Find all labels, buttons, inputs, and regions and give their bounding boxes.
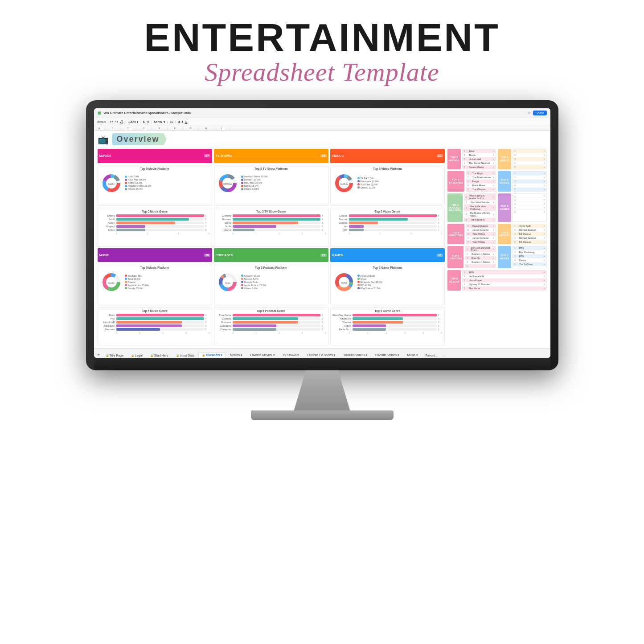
- tvshows-section-header: TV SHOWS 29: [214, 149, 328, 163]
- movies-platform-title: Top 5 Movie Platform: [100, 167, 210, 170]
- top5-podcast-item3: 3How to Be More Productive▾: [464, 205, 496, 211]
- top5-videos-item3: 3▾: [513, 157, 546, 161]
- monitor-screen: ▦ WR Ultimate Entertainment Spreadsheet …: [94, 108, 550, 358]
- menu-label[interactable]: Menus: [97, 120, 106, 123]
- top5-tv-label: TOP 5TV SHOWS: [447, 171, 464, 192]
- font-select[interactable]: Arimo: [154, 120, 162, 123]
- music-platform-legend: YouTube Mu. Tidal 10.0% Deezer Apple Mus…: [125, 275, 149, 290]
- tvshows-label: TV SHOWS: [216, 154, 232, 157]
- italic-btn[interactable]: I: [182, 120, 183, 124]
- tab-title-page[interactable]: 🔒 Title Page: [102, 353, 127, 358]
- bold-btn[interactable]: B: [178, 120, 180, 124]
- tab-favorit[interactable]: Favorit...: [422, 353, 441, 358]
- podcasts-section-header: PODCASTS 20: [214, 248, 328, 263]
- top5-row4: TOP 5DIRECTORS 1Hayao Miyazaki▾ 2James C…: [447, 224, 547, 244]
- podcasts-genre-title: Top 5 Podcast Genre: [216, 309, 326, 312]
- top5-movies-item3: 3La La Land▾: [463, 157, 496, 161]
- redo-btn[interactable]: ↪: [115, 120, 118, 124]
- tab-favorite-tv[interactable]: Favorite TV Shows ▾: [303, 352, 339, 358]
- tab-start-here[interactable]: 🔒 Start Here: [147, 353, 172, 358]
- tab-youtube[interactable]: Youtube/Videos ▾: [340, 352, 371, 358]
- tab-input-data[interactable]: 🔒 Input Data: [172, 353, 198, 358]
- videos-section-header: VIDEOS 20: [330, 149, 445, 163]
- top5-movies-label: TOP 5MOVIES: [447, 149, 461, 169]
- underline-btn[interactable]: U: [185, 120, 188, 124]
- svg-text:HBO Max: HBO Max: [223, 183, 232, 185]
- movies-section-header: MOVIES 27: [98, 149, 212, 163]
- tab-movies[interactable]: Movies ▾: [226, 352, 246, 358]
- col-c: C: [121, 127, 136, 130]
- top5-songs-item5: 5▾: [513, 188, 546, 191]
- font-size[interactable]: 10: [170, 120, 173, 123]
- top5-hosts-card: TOP 5HOSTS 1PBS▾ 2Epic Gardening▾ 3PBS▾ …: [498, 246, 546, 268]
- add-sheet-button[interactable]: +: [96, 352, 102, 358]
- music-label: MUSIC: [99, 254, 110, 257]
- svg-text:YouTube: YouTube: [340, 183, 348, 185]
- tab-scroll-right[interactable]: ›: [442, 354, 447, 358]
- pct-btn[interactable]: %: [147, 120, 149, 123]
- col-d: D: [136, 127, 152, 130]
- top5-creators-card: TOP 5CREATORS 1Josh Clark and Chuck Brya…: [447, 246, 496, 268]
- videos-platform-chart: Top 5 Video Platform YouTube: [330, 165, 445, 206]
- main-title: ENTERTAINMENT: [144, 18, 500, 57]
- top5-tv-card: TOP 5TV SHOWS 1The Boys▾ 2The Mandaloria…: [447, 171, 496, 192]
- col-headers: A B C D E F G H I: [94, 126, 550, 131]
- podcasts-genre-bars: True Crime4 Comedy3 Business3 Education2…: [216, 314, 326, 334]
- top5-podcast-list: 1Why Is the Milk Market So Cra...▾ 2Elon…: [464, 193, 496, 222]
- tab-favorite-movies[interactable]: Favorite Movies ▾: [246, 352, 278, 358]
- top5-creators-list: 1Josh Clark and Chuck Bryant...▾ 2Stephe…: [465, 246, 496, 268]
- top5-videos-list: 1▾ 2▾ 3▾ 4▾ 5▾: [513, 149, 546, 169]
- currency-btn[interactable]: $: [143, 120, 145, 123]
- tab-legal[interactable]: 🔒 Legal: [127, 353, 146, 358]
- top5-podcast-item1: 1Why Is the Milk Market So Cra...▾: [464, 194, 496, 201]
- top5-tv-item5: 5The Witcher▾: [466, 188, 496, 191]
- top5-artists-item1: 1Taylor Swift▾: [513, 224, 546, 228]
- top5-album-label: TOP 5ALBUM: [447, 270, 461, 291]
- music-genre-title: Top 5 Music Genre: [100, 309, 210, 312]
- top5-artists-item4: 4Michael Jackson▾: [513, 236, 546, 240]
- top5-creators-label: TOP 5CREATORS: [447, 246, 464, 268]
- top5-videos-card: TOP 5VIDEOS 1▾ 2▾ 3▾ 4▾ 5▾: [498, 149, 546, 169]
- top5-row3: TOP 5PODCASTEPISODES 1Why Is the Milk Ma…: [447, 193, 547, 222]
- top5-videos-item2: 2▾: [513, 153, 546, 157]
- undo-btn[interactable]: ↩: [110, 120, 113, 124]
- tab-overview[interactable]: 🔒 Overview ▾: [198, 352, 226, 358]
- tab-music[interactable]: Music ▾: [403, 352, 421, 358]
- svg-text:PC/NS: PC/NS: [341, 282, 347, 284]
- games-genre-title: Top 5 Game Genre: [332, 309, 443, 312]
- movies-label: MOVIES: [99, 154, 111, 157]
- monitor-stand-top: [282, 370, 362, 410]
- top5-creators-item1: 1Josh Clark and Chuck Bryant...▾: [465, 246, 496, 252]
- top5-videos-label: TOP 5VIDEOS: [498, 149, 511, 169]
- top5-tv-item1: 1The Boys▾: [466, 172, 496, 176]
- tab-favorite-videos[interactable]: Favorite Videos ▾: [372, 352, 403, 358]
- top5-directors-item1: 1Hayao Miyazaki▾: [466, 224, 496, 228]
- tab-tv-shows[interactable]: TV Shows ▾: [279, 352, 303, 358]
- games-platform-title: Top 5 Game Platform: [332, 266, 443, 269]
- tvshows-count: 29: [320, 154, 327, 157]
- svg-text:Spotify: Spotify: [108, 282, 115, 284]
- top5-album-list: 11989▾ 2Led Zeppelin IV▾ 3Like a Prayer▾…: [462, 270, 547, 291]
- music-section-header: MUSIC 20: [98, 248, 212, 263]
- zoom-select[interactable]: 100% ▾: [128, 120, 139, 124]
- share-button[interactable]: Share: [533, 111, 547, 115]
- top5-songs-item3: 3▾: [513, 180, 546, 184]
- top5-movies-card: TOP 5MOVIES 1Joker▾ 2Titanic▾ 3La La Lan…: [447, 149, 496, 169]
- print-btn[interactable]: 🖨: [120, 120, 123, 124]
- movies-genre-bars: Drama6 Sci-Fi5 Action4 Biograp2 Crime2 0…: [100, 214, 210, 235]
- top5-directors-item3: 3Todd Phillips▾: [466, 232, 496, 236]
- podcasts-label: PODCASTS: [216, 254, 233, 257]
- svg-text:Netflix: Netflix: [108, 183, 115, 185]
- games-genre-bars: Role-Play. Game5 Adventure3 Shooter3 Act…: [332, 314, 443, 334]
- videos-genre-chart: Top 5 Video Genre Educati6 Docum.4 Cooki…: [330, 208, 445, 246]
- star-icon[interactable]: ☆: [527, 111, 530, 115]
- col-b: B: [105, 127, 121, 130]
- top5-directors-label: TOP 5DIRECTORS: [447, 224, 464, 244]
- top5-games-item1: 1▾: [513, 194, 546, 198]
- top5-directors-item2: 2James Cameron▾: [466, 228, 496, 232]
- top5-row2: TOP 5TV SHOWS 1The Boys▾ 2The Mandaloria…: [447, 171, 547, 192]
- top5-podcast-label: TOP 5PODCASTEPISODES: [447, 193, 463, 222]
- charts-grid: MOVIES 27 TV SHOWS 29 VIDEOS 2: [98, 149, 445, 345]
- videos-count: 20: [437, 154, 443, 157]
- col-a: A: [94, 127, 105, 130]
